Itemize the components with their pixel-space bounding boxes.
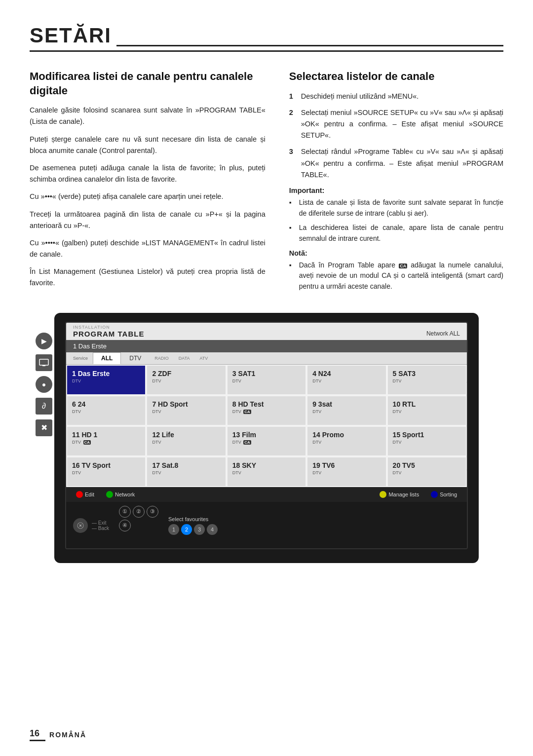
num-circle-9[interactable] xyxy=(147,533,158,545)
page-footer: 16 ROMÂNĂ xyxy=(30,728,86,741)
step-2: 2 Selectați meniul »SOURCE SETUP« cu »V«… xyxy=(289,107,503,142)
play-icon: ▶ xyxy=(36,333,52,349)
step-1: 1 Deschideți meniul utilizând »MENU«. xyxy=(289,91,503,102)
right-column: Selectarea listelor de canale 1 Deschide… xyxy=(289,70,503,297)
ca-badge: CA xyxy=(399,264,407,268)
blue-dot xyxy=(431,491,438,498)
left-para-7: În List Management (Gestiunea Listelor) … xyxy=(30,266,266,289)
num-circle-6[interactable] xyxy=(147,520,158,531)
exit-back-group: — Exit — Back xyxy=(73,518,109,533)
footer-number: 16 xyxy=(30,728,45,741)
number-circles-group: ① ② ③ ④ xyxy=(119,506,158,545)
data-tab-label: DATA xyxy=(174,354,195,363)
channel-cell[interactable]: 4 N24 DTV xyxy=(306,365,386,395)
screen-header-left: INSTALLATION PROGRAM TABLE xyxy=(73,325,144,338)
right-section-title: Selectarea listelor de canale xyxy=(289,70,503,84)
channel-cell[interactable]: 17 Sat.8 DTV xyxy=(146,456,226,487)
fav-1[interactable]: 1 xyxy=(168,524,179,535)
fav-section: Select favourites 1 2 3 4 xyxy=(168,516,218,535)
bottom-action-bar: Edit Network Manage lists Sorting xyxy=(66,487,467,502)
left-para-4: Cu »•••« (verde) puteți afișa canalele c… xyxy=(30,191,266,202)
channel-cell[interactable]: 11 HD 1 DTV CA xyxy=(66,426,146,456)
channel-cell[interactable]: 7 HD Sport DTV xyxy=(146,395,226,426)
num-circle-3[interactable]: ③ xyxy=(147,506,158,518)
green-dot xyxy=(106,491,113,498)
fav-2[interactable]: 2 xyxy=(181,524,192,535)
channel-grid: 1 Das Erste DTV 2 ZDF DTV 3 SAT1 DTV 4 xyxy=(66,365,467,487)
service-label: Service xyxy=(73,356,88,361)
left-para-1: Canalele găsite folosind scanarea sunt s… xyxy=(30,105,266,127)
tv-screen-section: ▶ ● ∂ ✖ INSTALLATION PROGRAM TABLE xyxy=(30,313,503,563)
manage-lists-label: Manage lists xyxy=(388,491,419,497)
channel-cell[interactable]: 13 Film DTV CA xyxy=(227,426,306,456)
page-container: SETĂRI Modificarea listei de canale pent… xyxy=(0,0,533,583)
fav-4[interactable]: 4 xyxy=(207,524,218,535)
network-label: Network ALL xyxy=(426,330,460,338)
svg-rect-0 xyxy=(39,359,48,365)
channel-cell[interactable]: 12 Life DTV xyxy=(146,426,226,456)
installation-label: INSTALLATION xyxy=(73,325,144,330)
tv-outer: INSTALLATION PROGRAM TABLE Network ALL 1… xyxy=(54,313,479,563)
channel-cell[interactable]: 9 3sat DTV xyxy=(306,395,386,426)
left-para-2: Puteți șterge canalele care nu vă sunt n… xyxy=(30,134,266,156)
eye-icon: ● xyxy=(36,376,52,393)
channel-cell[interactable]: 8 HD Test DTV CA xyxy=(227,395,306,426)
num-circle-1[interactable]: ① xyxy=(119,506,131,518)
tab-all[interactable]: ALL xyxy=(93,352,121,364)
channel-cell[interactable]: 18 SKY DTV xyxy=(227,456,306,487)
ca-badge: CA xyxy=(83,440,91,445)
num-circle-7[interactable] xyxy=(119,533,131,545)
channel-cell[interactable]: 15 Sport1 DTV xyxy=(387,426,467,456)
channel-cell[interactable]: 1 Das Erste DTV xyxy=(66,365,146,395)
ca-badge: CA xyxy=(243,440,251,445)
exit-button[interactable] xyxy=(73,518,88,533)
settings-icon: ✖ xyxy=(36,419,52,436)
sorting-button[interactable]: Sorting xyxy=(426,490,462,499)
left-icons: ▶ ● ∂ ✖ xyxy=(36,333,52,436)
channel-cell[interactable]: 16 TV Sport DTV xyxy=(66,456,146,487)
exit-label: — Exit xyxy=(92,520,109,526)
headphone-icon: ∂ xyxy=(36,398,52,415)
tab-bar: Service ALL DTV RADIO DATA ATV xyxy=(66,352,467,365)
num-circle-2[interactable]: ② xyxy=(133,506,145,518)
channel-cell[interactable]: 6 24 DTV xyxy=(66,395,146,426)
important-label: Important: xyxy=(289,187,503,194)
important-list: Lista de canale și lista de favorite sun… xyxy=(289,197,503,244)
nota-label: Notă: xyxy=(289,249,503,257)
manage-lists-button[interactable]: Manage lists xyxy=(375,490,424,499)
step-3: 3 Selectați rândul »Programe Table« cu »… xyxy=(289,146,503,181)
channel-cell[interactable]: 14 Promo DTV xyxy=(306,426,386,456)
num-circle-8[interactable] xyxy=(133,533,145,545)
channel-cell[interactable]: 20 TV5 DTV ▼ xyxy=(387,456,467,487)
channel-cell[interactable]: 2 ZDF DTV xyxy=(146,365,226,395)
nota-list: Dacă în Program Table apare CA adăugat l… xyxy=(289,260,503,292)
screen-header: INSTALLATION PROGRAM TABLE Network ALL xyxy=(66,323,467,340)
num-circle-4[interactable]: ④ xyxy=(119,520,131,531)
fav-3[interactable]: 3 xyxy=(194,524,205,535)
left-column: Modificarea listei de canale pentru cana… xyxy=(30,70,266,297)
source-icon xyxy=(36,354,52,371)
fav-nums: 1 2 3 4 xyxy=(168,524,218,535)
sorting-label: Sorting xyxy=(440,491,457,497)
tab-dtv[interactable]: DTV xyxy=(121,352,150,364)
num-circle-5[interactable] xyxy=(133,520,145,531)
network-button[interactable]: Network xyxy=(101,490,140,499)
left-para-5: Treceți la următoarea pagină din lista d… xyxy=(30,209,266,231)
scroll-down-icon: ▼ xyxy=(465,467,468,476)
left-para-3: De asemenea puteți adăuga canale la list… xyxy=(30,162,266,185)
tv-wrapper: ▶ ● ∂ ✖ INSTALLATION PROGRAM TABLE xyxy=(54,313,479,563)
channel-cell[interactable]: 3 SAT1 DTV xyxy=(227,365,306,395)
yellow-dot xyxy=(380,491,386,498)
fav-label: Select favourites xyxy=(168,516,218,522)
edit-label: Edit xyxy=(85,491,94,497)
svg-rect-1 xyxy=(42,365,45,366)
channel-cell[interactable]: 19 TV6 DTV xyxy=(306,456,386,487)
edit-button[interactable]: Edit xyxy=(71,490,99,499)
important-item-1: Lista de canale și lista de favorite sun… xyxy=(289,197,503,219)
atv-tab-label: ATV xyxy=(195,354,213,363)
channel-cell[interactable]: 10 RTL DTV xyxy=(387,395,467,426)
radio-tab-label: RADIO xyxy=(150,354,174,363)
current-item-bar: 1 Das Erste xyxy=(66,340,467,352)
red-dot xyxy=(76,491,83,498)
channel-cell[interactable]: 5 SAT3 DTV ▲ xyxy=(387,365,467,395)
